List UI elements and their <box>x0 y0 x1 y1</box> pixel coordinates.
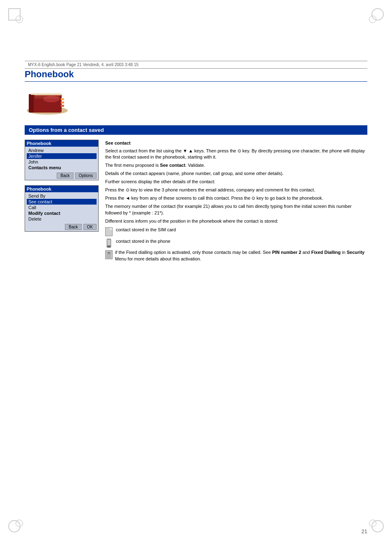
svg-rect-19 <box>108 257 109 258</box>
screen2-ok-btn[interactable]: OK <box>83 224 97 230</box>
right-content-column: See contact Select a contact from the li… <box>105 140 367 264</box>
svg-rect-9 <box>61 101 64 104</box>
phone-storage-label: contact stored in the phone <box>116 238 171 245</box>
icon-item-phone: contact stored in the phone <box>105 238 367 248</box>
file-info: MYX-6 English.book Page 21 Vendredi, 4. … <box>28 62 138 67</box>
icon-item-fixed: if the Fixed dialling option is activate… <box>105 249 367 264</box>
svg-rect-20 <box>110 257 111 258</box>
page-number: 21 <box>362 528 367 534</box>
sim-card-label: contact stored in the SIM card <box>116 226 176 233</box>
para-2: The first menu proposed is See contact. … <box>105 162 367 169</box>
pin-number-2-bold: PIN number 2 <box>272 250 301 255</box>
screen2-row-5: Delete <box>27 216 97 222</box>
screen1-row-1: Andrew <box>27 147 97 153</box>
svg-rect-16 <box>108 256 109 256</box>
phone-screen-2: Phonebook Send By See contact ◄ Call Mod… <box>25 185 99 232</box>
phone-screen-1: Phonebook Andrew Jenifer ◄ John Contacts… <box>25 140 99 180</box>
screen1-row-2: Jenifer ◄ <box>27 153 97 159</box>
svg-rect-15 <box>107 256 108 256</box>
para-8: Different icons inform you of the positi… <box>105 218 367 225</box>
screen2-header: Phonebook <box>25 186 98 192</box>
para-1: Select a contact from the list using the… <box>105 148 367 161</box>
svg-rect-7 <box>31 93 62 95</box>
section-heading: Options from a contact saved <box>25 125 367 135</box>
two-column-layout: Phonebook Andrew Jenifer ◄ John Contacts… <box>25 140 367 264</box>
para-3: Details of the contact appears (name, ph… <box>105 170 367 177</box>
svg-point-21 <box>108 252 110 253</box>
screen1-row-3: John <box>27 159 97 165</box>
content-section-label: See contact <box>105 140 367 147</box>
screen2-row-1: Send By <box>27 193 97 199</box>
page-title: Phonebook <box>25 69 367 82</box>
fixed-dialling-icon-wrap <box>105 249 113 264</box>
sim-card-icon <box>105 227 113 236</box>
header-strip: MYX-6 English.book Page 21 Vendredi, 4. … <box>25 61 367 69</box>
svg-rect-8 <box>61 98 64 100</box>
icon-item-sim: contact stored in the SIM card <box>105 226 367 236</box>
screen2-row-4: Modify contact <box>27 210 97 216</box>
phone-screens-column: Phonebook Andrew Jenifer ◄ John Contacts… <box>25 140 99 237</box>
screen1-options-btn[interactable]: Options <box>75 173 97 179</box>
screen1-header: Phonebook <box>25 140 98 147</box>
screen1-buttons: Back Options <box>25 171 98 180</box>
svg-point-6 <box>43 96 60 102</box>
screen1-body: Andrew Jenifer ◄ John Contacts menu <box>25 147 98 171</box>
screen2-back-btn[interactable]: Back <box>65 224 81 230</box>
screen2-row-3: Call <box>27 205 97 210</box>
para-7: The memory number of the contact (for ex… <box>105 203 367 216</box>
phonebook-image <box>25 86 74 119</box>
svg-rect-10 <box>61 105 64 107</box>
svg-rect-17 <box>110 256 111 256</box>
main-content: Phonebook Options from a contact saved <box>25 69 367 522</box>
bold-see-contact: See contact <box>160 163 185 168</box>
svg-rect-18 <box>107 257 108 258</box>
para-4: Further screens display the other detail… <box>105 179 367 185</box>
screen2-body: Send By See contact ◄ Call Modify contac… <box>25 192 98 223</box>
outer-mark-tl <box>8 8 21 21</box>
fixed-dialling-text: if the Fixed dialling option is activate… <box>115 249 367 263</box>
screen1-row-4: Contacts menu <box>27 165 97 170</box>
screen2-scroll-indicator: ◄ <box>90 199 95 205</box>
outer-mark-tr <box>371 8 384 21</box>
para-5: Press the ⊙ key to view the 3 phone numb… <box>105 187 367 193</box>
security-bold: Security <box>347 250 364 255</box>
svg-rect-2 <box>29 94 34 113</box>
scroll-indicator: ◄ <box>90 154 95 159</box>
svg-rect-3 <box>35 95 61 96</box>
svg-rect-11 <box>108 246 110 247</box>
svg-rect-12 <box>107 240 111 245</box>
outer-mark-bl <box>8 520 21 532</box>
para-6: Press the ◄ key from any of these screen… <box>105 195 367 202</box>
screen2-row-2: See contact ◄ <box>27 199 97 205</box>
phone-storage-icon <box>105 239 113 248</box>
fixed-dialling-icon <box>105 250 113 259</box>
screen1-back-btn[interactable]: Back <box>57 173 73 179</box>
screen2-buttons: Back OK <box>25 223 98 231</box>
fixed-dialling-bold: Fixed Dialling <box>311 250 341 255</box>
outer-mark-br <box>371 520 384 532</box>
